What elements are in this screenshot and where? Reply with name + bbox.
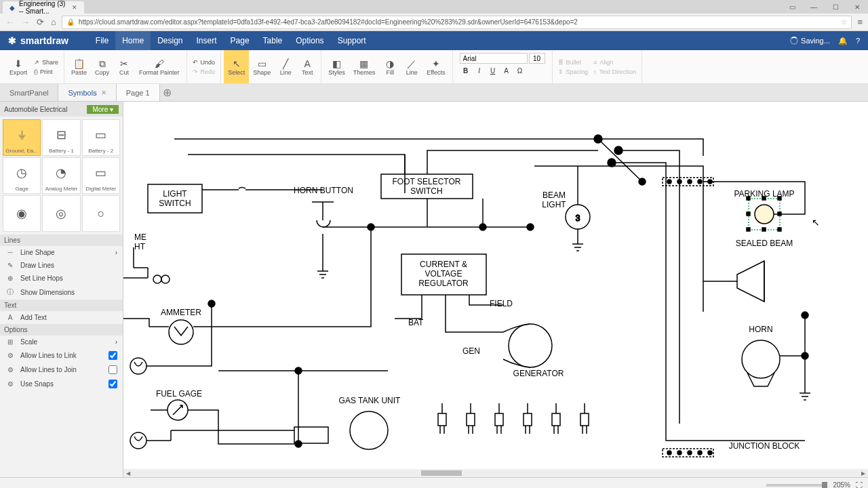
special-char-button[interactable]: Ω: [514, 65, 526, 76]
export-button[interactable]: ⬇Export: [5, 50, 31, 83]
menu-design[interactable]: Design: [151, 31, 189, 50]
italic-button[interactable]: I: [473, 65, 486, 76]
underline-button[interactable]: U: [487, 65, 499, 76]
menu-insert[interactable]: Insert: [190, 31, 224, 50]
svg-rect-14: [778, 212, 781, 216]
copy-button[interactable]: ⧉Copy: [91, 50, 113, 83]
symbol-7[interactable]: ◉: [3, 195, 41, 232]
menu-file[interactable]: File: [89, 31, 115, 50]
font-name-field[interactable]: [460, 53, 528, 64]
app-logo[interactable]: ✱ smartdraw: [8, 35, 68, 46]
close-window-icon[interactable]: ✕: [846, 0, 868, 14]
symbol-gage[interactable]: ◷Gage: [3, 157, 41, 194]
line-hops-row[interactable]: ⊕Set Line Hops: [0, 272, 123, 285]
minimize-icon[interactable]: —: [803, 0, 825, 14]
add-text-row[interactable]: AAdd Text: [0, 311, 123, 324]
browser-tab[interactable]: ◆ Engineering (3) -- Smart... ✕: [3, 1, 84, 14]
scroll-thumb[interactable]: [421, 470, 462, 476]
more-libraries-button[interactable]: More ▾: [87, 105, 119, 114]
svg-point-26: [677, 451, 682, 455]
status-bar: 205% ⛶: [0, 477, 868, 488]
allow-link-checkbox[interactable]: [108, 351, 117, 360]
undo-button[interactable]: ↶Undo: [190, 58, 218, 66]
fill-button[interactable]: ◑Fill: [379, 50, 401, 83]
symbol-battery1[interactable]: ⊟Battery - 1: [42, 119, 80, 156]
line-shape-row[interactable]: ─Line Shape›: [0, 246, 123, 259]
font-color-button[interactable]: A: [500, 65, 513, 76]
draw-lines-row[interactable]: ✎Draw Lines: [0, 259, 123, 272]
menu-icon[interactable]: ≡: [856, 17, 864, 27]
zoom-thumb[interactable]: [822, 482, 827, 489]
styles-button[interactable]: ◧Styles: [324, 50, 349, 83]
chevron-right-icon: ›: [115, 338, 117, 346]
allow-join-checkbox[interactable]: [108, 365, 117, 374]
allow-join-row[interactable]: ⚙Allow Lines to Join: [0, 363, 123, 377]
horizontal-scrollbar[interactable]: ◀ ▶: [123, 469, 868, 477]
symbol-digital[interactable]: ▭Digital Meter: [82, 157, 120, 194]
symbol-8[interactable]: ◎: [42, 195, 80, 232]
svg-point-30: [742, 340, 780, 378]
svg-point-22: [698, 180, 702, 184]
shape-tool[interactable]: ▭Shape: [249, 50, 275, 83]
line-tool[interactable]: ╱Line: [275, 50, 296, 83]
effects-button[interactable]: ✦Effects: [422, 50, 449, 83]
scale-row[interactable]: ⊞Scale›: [0, 336, 123, 348]
themes-button[interactable]: ▦Themes: [349, 50, 380, 83]
align-button[interactable]: ≡Align: [591, 58, 639, 66]
back-icon[interactable]: ←: [4, 17, 16, 27]
font-size-field[interactable]: [529, 53, 545, 64]
forward-icon[interactable]: →: [20, 17, 31, 27]
menu-options[interactable]: Options: [289, 31, 330, 50]
symbol-9[interactable]: ○: [82, 195, 120, 232]
tab-symbols[interactable]: Symbols✕: [58, 84, 116, 101]
print-button[interactable]: ⎙Print: [31, 68, 61, 76]
tab-smartpanel[interactable]: SmartPanel: [0, 84, 58, 101]
line-style-button[interactable]: ／Line: [401, 50, 422, 83]
menu-support[interactable]: Support: [331, 31, 373, 50]
menu-page[interactable]: Page: [224, 31, 256, 50]
star-icon[interactable]: ☆: [841, 18, 847, 26]
effects-label: Effects: [427, 69, 445, 76]
menu-table[interactable]: Table: [256, 31, 290, 50]
cut-button[interactable]: ✂Cut: [113, 50, 135, 83]
bullet-button[interactable]: ≣Bullet: [555, 58, 591, 66]
symbol-analog[interactable]: ◔Analog Meter: [42, 157, 80, 194]
zoom-slider[interactable]: [766, 484, 827, 487]
symbol-battery2[interactable]: ▭Battery - 2: [82, 119, 120, 156]
format-painter-button[interactable]: 🖌Format Painter: [135, 50, 184, 83]
row-label: Set Line Hops: [20, 274, 63, 282]
scroll-left-icon[interactable]: ◀: [123, 470, 133, 476]
menu-home[interactable]: Home: [115, 31, 151, 50]
canvas[interactable]: 3: [123, 102, 868, 477]
maximize-icon[interactable]: ☐: [825, 0, 846, 14]
fullscreen-icon[interactable]: ⛶: [856, 481, 863, 488]
select-tool[interactable]: ↖Select: [224, 50, 249, 83]
symbol-label: Gage: [15, 186, 28, 192]
allow-link-row[interactable]: ⚙Allow Lines to Link: [0, 348, 123, 363]
paste-button[interactable]: 📋Paste: [67, 50, 91, 83]
tab-page1[interactable]: Page 1: [117, 84, 160, 101]
notification-icon[interactable]: 🔔: [838, 37, 848, 45]
text-tool[interactable]: AText: [296, 50, 318, 83]
add-page-button[interactable]: ⊕: [160, 84, 175, 101]
show-dimensions-row[interactable]: ⓘShow Dimensions: [0, 285, 123, 300]
section-options: Options: [0, 324, 123, 336]
reload-icon[interactable]: ⟳: [35, 17, 45, 27]
line-icon: ╱: [283, 58, 288, 69]
use-snaps-checkbox[interactable]: [108, 380, 117, 388]
bold-button[interactable]: B: [460, 65, 472, 76]
svg-point-44: [208, 300, 215, 307]
help-icon[interactable]: ?: [856, 37, 860, 45]
scroll-right-icon[interactable]: ▶: [859, 470, 868, 476]
account-icon[interactable]: ▭: [781, 0, 803, 14]
symbol-ground[interactable]: ⏚Ground, Ea...: [3, 119, 41, 156]
home-icon[interactable]: ⌂: [50, 17, 58, 27]
close-tab-icon[interactable]: ✕: [101, 89, 106, 96]
use-snaps-row[interactable]: ⚙Use Snaps: [0, 377, 123, 391]
text-direction-button[interactable]: ↕Text Direction: [591, 68, 639, 76]
share-button[interactable]: ↗Share: [31, 58, 61, 66]
close-tab-icon[interactable]: ✕: [72, 4, 77, 11]
spacing-button[interactable]: ⇕Spacing: [555, 68, 591, 76]
redo-button[interactable]: ↷Redo: [190, 68, 218, 76]
url-field[interactable]: 🔒 https://cloud.smartdraw.com/editor.asp…: [62, 16, 852, 29]
